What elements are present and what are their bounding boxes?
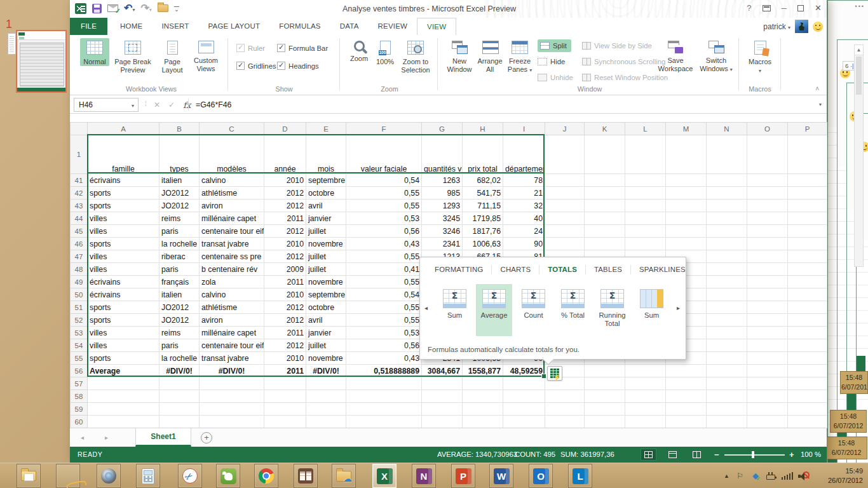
cell[interactable] [585, 365, 625, 377]
evernote-taskbar-button[interactable] [216, 464, 240, 488]
cell[interactable]: sports [88, 200, 159, 212]
sheet-tab[interactable]: Sheet1 [135, 428, 191, 447]
cell[interactable]: famille [88, 135, 159, 174]
cell[interactable] [545, 187, 585, 200]
cell[interactable]: 2010 [264, 238, 306, 250]
normal-view-button[interactable]: Normal [80, 38, 109, 66]
new-window-button[interactable]: New Window [445, 38, 474, 74]
cell[interactable] [747, 276, 788, 288]
cell[interactable]: zola [200, 276, 264, 288]
arrange-all-button[interactable]: Arrange All [475, 38, 505, 74]
cell[interactable] [625, 377, 666, 390]
cell[interactable] [88, 390, 159, 403]
freeze-panes-button[interactable]: Freeze Panes ▾ [506, 38, 534, 74]
cell[interactable] [747, 403, 788, 416]
row-header-54[interactable]: 54 [71, 339, 88, 352]
cell[interactable] [707, 187, 747, 200]
qa-tab-tables[interactable]: TABLES [585, 265, 630, 274]
cancel-icon[interactable]: ✕ [154, 100, 160, 109]
page-break-preview-button[interactable]: Page Break Preview [111, 38, 155, 74]
row-header-45[interactable]: 45 [71, 225, 88, 238]
cell[interactable]: 2012 [264, 339, 306, 352]
cell[interactable] [666, 377, 707, 390]
cell[interactable] [264, 390, 306, 403]
cell[interactable] [666, 200, 707, 212]
zoom-out-button[interactable]: − [714, 450, 719, 459]
qa-item-sum[interactable]: ΣSum [437, 284, 473, 336]
row-header-60[interactable]: 60 [71, 416, 88, 428]
save-workspace-button[interactable]: Save Workspace [656, 38, 695, 73]
cell[interactable]: 32 [503, 200, 545, 212]
cell[interactable]: aviron [200, 200, 264, 212]
cell[interactable] [625, 200, 666, 212]
outlook-taskbar-button[interactable]: O [529, 464, 553, 488]
switch-windows-button[interactable]: Switch Windows ▾ [698, 38, 735, 74]
column-header-K[interactable]: K [585, 123, 625, 135]
cell[interactable] [346, 390, 422, 403]
cell[interactable] [707, 327, 747, 339]
cell[interactable] [545, 390, 585, 403]
zoom-button[interactable]: Zoom [347, 38, 371, 63]
cell[interactable] [159, 390, 200, 403]
cell[interactable]: 1558,877 [463, 365, 503, 377]
cell[interactable]: 711,15 [463, 200, 503, 212]
cell[interactable]: italien [159, 174, 200, 187]
undo-button[interactable]: ↶▾ [124, 3, 135, 14]
cell[interactable] [788, 212, 827, 225]
cell[interactable]: #DIV/0! [159, 365, 200, 377]
cell[interactable] [747, 200, 788, 212]
cell[interactable] [788, 327, 827, 339]
row-header-41[interactable]: 41 [71, 174, 88, 187]
cell[interactable] [625, 225, 666, 238]
formula-bar-checkbox[interactable]: Formula Bar [277, 44, 328, 52]
cell[interactable] [88, 377, 159, 390]
cell[interactable]: juillet [306, 339, 346, 352]
ribbon-tab-review[interactable]: REVIEW [369, 18, 417, 35]
qa-item-sum[interactable]: Sum [634, 284, 670, 336]
cell[interactable] [788, 301, 827, 314]
cell[interactable] [788, 403, 827, 416]
cell[interactable] [707, 238, 747, 250]
cell[interactable]: écrivains [88, 288, 159, 301]
cell[interactable] [747, 212, 788, 225]
cell[interactable]: #DIV/0! [306, 365, 346, 377]
qa-item-running-total[interactable]: ΣRunning Total [594, 284, 630, 336]
close-button[interactable]: ✕ [815, 4, 822, 13]
cell[interactable] [788, 365, 827, 377]
cell[interactable]: septembre [306, 174, 346, 187]
cell[interactable]: 2011 [264, 365, 306, 377]
formula-input[interactable]: =G46*F46 [196, 100, 231, 109]
cell[interactable] [159, 416, 200, 428]
avatar[interactable] [795, 20, 808, 33]
cell[interactable] [788, 390, 827, 403]
cell[interactable]: 1263 [422, 174, 463, 187]
formula-bar-splitter[interactable]: ⁞ [145, 100, 147, 107]
cell[interactable]: calvino [200, 288, 264, 301]
cell[interactable]: 1817,76 [463, 225, 503, 238]
cell[interactable]: 0,56 [346, 225, 422, 238]
cell[interactable] [707, 352, 747, 365]
cell[interactable]: 2011 [264, 327, 306, 339]
cell[interactable]: sports [88, 238, 159, 250]
cell[interactable]: 21 [503, 187, 545, 200]
cell[interactable] [422, 377, 463, 390]
qa-tab-charts[interactable]: CHARTS [491, 265, 539, 274]
cell[interactable] [707, 212, 747, 225]
cell[interactable] [788, 187, 827, 200]
cell[interactable]: millénaire capet [200, 327, 264, 339]
scroll-right-icon[interactable]: ▸ [677, 304, 680, 311]
minimize-button[interactable]: ─ [782, 4, 787, 13]
row-header-48[interactable]: 48 [71, 263, 88, 276]
cell[interactable]: italien [159, 288, 200, 301]
qa-item-count[interactable]: ΣCount [515, 284, 552, 336]
cell[interactable]: 0,56 [346, 339, 422, 352]
cell[interactable]: reims [159, 327, 200, 339]
cell[interactable]: 0,55 [346, 276, 422, 288]
cell[interactable] [788, 238, 827, 250]
cell[interactable] [707, 135, 747, 174]
cell[interactable]: 0,41 [346, 263, 422, 276]
network-signal-icon[interactable] [782, 472, 794, 480]
row-header-47[interactable]: 47 [71, 250, 88, 263]
cell[interactable]: 2341 [422, 238, 463, 250]
new-sheet-button[interactable]: + [201, 432, 212, 444]
